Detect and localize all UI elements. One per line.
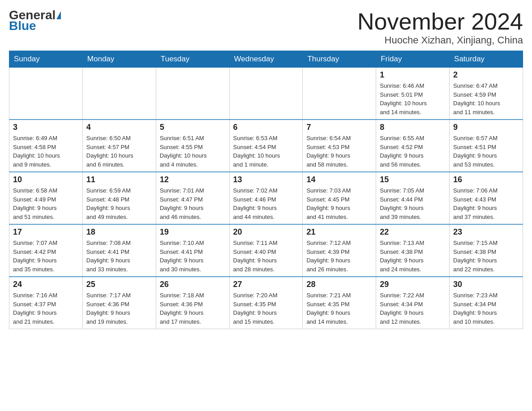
month-title: November 2024 [357, 9, 523, 34]
calendar-day-cell: 19Sunrise: 7:10 AMSunset: 4:41 PMDayligh… [156, 224, 229, 277]
calendar-day-cell: 5Sunrise: 6:51 AMSunset: 4:55 PMDaylight… [156, 120, 229, 172]
calendar-day-cell: 16Sunrise: 7:06 AMSunset: 4:43 PMDayligh… [450, 172, 523, 224]
calendar-day-cell: 11Sunrise: 6:59 AMSunset: 4:48 PMDayligh… [82, 172, 156, 224]
day-number: 5 [160, 123, 226, 132]
day-info: Sunrise: 6:54 AMSunset: 4:53 PMDaylight:… [306, 134, 372, 169]
day-number: 15 [380, 175, 446, 184]
logo: General Blue [9, 9, 61, 32]
calendar-day-cell: 29Sunrise: 7:22 AMSunset: 4:34 PMDayligh… [376, 277, 450, 329]
calendar-day-cell: 6Sunrise: 6:53 AMSunset: 4:54 PMDaylight… [229, 120, 303, 172]
day-info: Sunrise: 7:15 AMSunset: 4:38 PMDaylight:… [453, 239, 519, 274]
page-header: General Blue November 2024 Huoche Xizhan… [9, 9, 523, 46]
calendar-day-cell: 21Sunrise: 7:12 AMSunset: 4:39 PMDayligh… [303, 224, 376, 277]
weekday-header-monday: Monday [82, 51, 156, 68]
day-info: Sunrise: 7:21 AMSunset: 4:35 PMDaylight:… [306, 291, 372, 326]
day-info: Sunrise: 7:18 AMSunset: 4:36 PMDaylight:… [160, 291, 226, 326]
calendar-week-row: 3Sunrise: 6:49 AMSunset: 4:58 PMDaylight… [9, 120, 523, 172]
weekday-header-tuesday: Tuesday [156, 51, 229, 68]
calendar-table: SundayMondayTuesdayWednesdayThursdayFrid… [9, 51, 523, 329]
calendar-week-row: 24Sunrise: 7:16 AMSunset: 4:37 PMDayligh… [9, 277, 523, 329]
day-number: 2 [453, 70, 519, 80]
day-number: 10 [13, 175, 79, 184]
calendar-day-cell: 23Sunrise: 7:15 AMSunset: 4:38 PMDayligh… [450, 224, 523, 277]
calendar-day-cell: 20Sunrise: 7:11 AMSunset: 4:40 PMDayligh… [229, 224, 303, 277]
day-info: Sunrise: 7:20 AMSunset: 4:35 PMDaylight:… [233, 291, 299, 326]
calendar-day-cell: 2Sunrise: 6:47 AMSunset: 4:59 PMDaylight… [450, 68, 523, 120]
weekday-header-saturday: Saturday [450, 51, 523, 68]
day-number: 4 [86, 123, 152, 132]
day-number: 14 [306, 175, 372, 184]
day-number: 20 [233, 227, 299, 237]
day-info: Sunrise: 7:10 AMSunset: 4:41 PMDaylight:… [160, 239, 226, 274]
day-info: Sunrise: 7:05 AMSunset: 4:44 PMDaylight:… [380, 186, 446, 221]
calendar-day-cell: 25Sunrise: 7:17 AMSunset: 4:36 PMDayligh… [82, 277, 156, 329]
day-info: Sunrise: 6:46 AMSunset: 5:01 PMDaylight:… [380, 81, 446, 116]
calendar-day-cell: 27Sunrise: 7:20 AMSunset: 4:35 PMDayligh… [229, 277, 303, 329]
calendar-day-cell [229, 68, 303, 120]
calendar-day-cell: 14Sunrise: 7:03 AMSunset: 4:45 PMDayligh… [303, 172, 376, 224]
day-info: Sunrise: 6:51 AMSunset: 4:55 PMDaylight:… [160, 134, 226, 169]
day-info: Sunrise: 6:59 AMSunset: 4:48 PMDaylight:… [86, 186, 152, 221]
day-info: Sunrise: 7:07 AMSunset: 4:42 PMDaylight:… [13, 239, 79, 274]
day-info: Sunrise: 6:50 AMSunset: 4:57 PMDaylight:… [86, 134, 152, 169]
calendar-day-cell: 12Sunrise: 7:01 AMSunset: 4:47 PMDayligh… [156, 172, 229, 224]
day-number: 7 [306, 123, 372, 132]
calendar-day-cell: 8Sunrise: 6:55 AMSunset: 4:52 PMDaylight… [376, 120, 450, 172]
calendar-day-cell: 15Sunrise: 7:05 AMSunset: 4:44 PMDayligh… [376, 172, 450, 224]
calendar-day-cell: 28Sunrise: 7:21 AMSunset: 4:35 PMDayligh… [303, 277, 376, 329]
calendar-day-cell: 18Sunrise: 7:08 AMSunset: 4:41 PMDayligh… [82, 224, 156, 277]
day-info: Sunrise: 7:13 AMSunset: 4:38 PMDaylight:… [380, 239, 446, 274]
day-number: 1 [380, 70, 446, 80]
day-number: 17 [13, 227, 79, 237]
day-info: Sunrise: 6:58 AMSunset: 4:49 PMDaylight:… [13, 186, 79, 221]
calendar-day-cell: 9Sunrise: 6:57 AMSunset: 4:51 PMDaylight… [450, 120, 523, 172]
day-number: 3 [13, 123, 79, 132]
day-info: Sunrise: 7:06 AMSunset: 4:43 PMDaylight:… [453, 186, 519, 221]
day-number: 6 [233, 123, 299, 132]
calendar-day-cell: 10Sunrise: 6:58 AMSunset: 4:49 PMDayligh… [9, 172, 83, 224]
logo-triangle-icon [56, 11, 61, 19]
calendar-day-cell: 1Sunrise: 6:46 AMSunset: 5:01 PMDaylight… [376, 68, 450, 120]
day-number: 30 [453, 280, 519, 289]
day-number: 13 [233, 175, 299, 184]
calendar-day-cell [82, 68, 156, 120]
calendar-day-cell [156, 68, 229, 120]
day-number: 24 [13, 280, 79, 289]
day-info: Sunrise: 7:22 AMSunset: 4:34 PMDaylight:… [380, 291, 446, 326]
logo-blue-text: Blue [9, 20, 36, 32]
day-info: Sunrise: 7:03 AMSunset: 4:45 PMDaylight:… [306, 186, 372, 221]
calendar-week-row: 1Sunrise: 6:46 AMSunset: 5:01 PMDaylight… [9, 68, 523, 120]
day-number: 18 [86, 227, 152, 237]
weekday-header-thursday: Thursday [303, 51, 376, 68]
day-info: Sunrise: 7:01 AMSunset: 4:47 PMDaylight:… [160, 186, 226, 221]
day-number: 22 [380, 227, 446, 237]
calendar-week-row: 10Sunrise: 6:58 AMSunset: 4:49 PMDayligh… [9, 172, 523, 224]
calendar-day-cell: 7Sunrise: 6:54 AMSunset: 4:53 PMDaylight… [303, 120, 376, 172]
day-info: Sunrise: 7:08 AMSunset: 4:41 PMDaylight:… [86, 239, 152, 274]
day-info: Sunrise: 7:23 AMSunset: 4:34 PMDaylight:… [453, 291, 519, 326]
weekday-header-row: SundayMondayTuesdayWednesdayThursdayFrid… [9, 51, 523, 68]
calendar-day-cell: 24Sunrise: 7:16 AMSunset: 4:37 PMDayligh… [9, 277, 83, 329]
day-info: Sunrise: 7:16 AMSunset: 4:37 PMDaylight:… [13, 291, 79, 326]
day-number: 11 [86, 175, 152, 184]
location-text: Huoche Xizhan, Xinjiang, China [357, 34, 523, 46]
calendar-day-cell: 30Sunrise: 7:23 AMSunset: 4:34 PMDayligh… [450, 277, 523, 329]
weekday-header-friday: Friday [376, 51, 450, 68]
day-number: 9 [453, 123, 519, 132]
day-number: 23 [453, 227, 519, 237]
calendar-day-cell: 13Sunrise: 7:02 AMSunset: 4:46 PMDayligh… [229, 172, 303, 224]
day-info: Sunrise: 6:47 AMSunset: 4:59 PMDaylight:… [453, 81, 519, 116]
day-info: Sunrise: 7:17 AMSunset: 4:36 PMDaylight:… [86, 291, 152, 326]
day-number: 12 [160, 175, 226, 184]
day-number: 25 [86, 280, 152, 289]
day-number: 16 [453, 175, 519, 184]
day-info: Sunrise: 6:49 AMSunset: 4:58 PMDaylight:… [13, 134, 79, 169]
day-info: Sunrise: 6:53 AMSunset: 4:54 PMDaylight:… [233, 134, 299, 169]
calendar-day-cell: 22Sunrise: 7:13 AMSunset: 4:38 PMDayligh… [376, 224, 450, 277]
weekday-header-wednesday: Wednesday [229, 51, 303, 68]
calendar-day-cell: 4Sunrise: 6:50 AMSunset: 4:57 PMDaylight… [82, 120, 156, 172]
calendar-day-cell: 3Sunrise: 6:49 AMSunset: 4:58 PMDaylight… [9, 120, 83, 172]
day-info: Sunrise: 7:02 AMSunset: 4:46 PMDaylight:… [233, 186, 299, 221]
weekday-header-sunday: Sunday [9, 51, 83, 68]
day-info: Sunrise: 6:55 AMSunset: 4:52 PMDaylight:… [380, 134, 446, 169]
